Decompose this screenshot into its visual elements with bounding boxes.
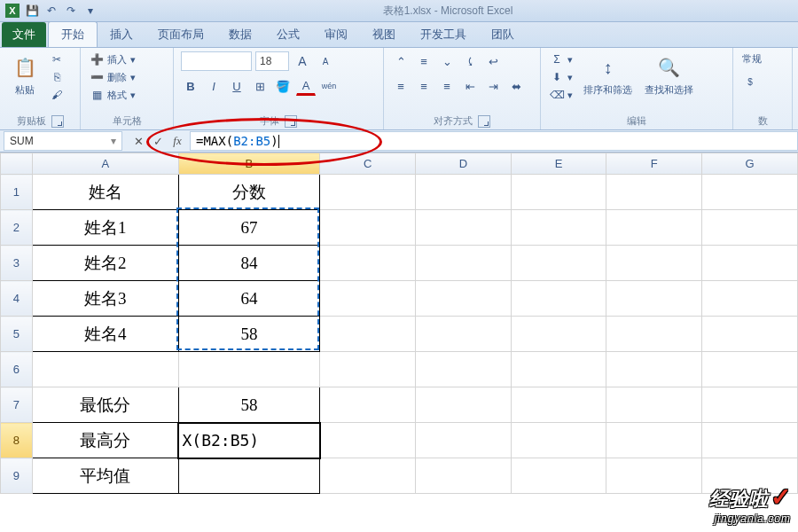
number-format-combo[interactable]: 常规	[740, 51, 763, 66]
cell[interactable]	[511, 458, 606, 494]
format-cells-button[interactable]: ▦格式▾	[88, 87, 137, 103]
cell[interactable]	[178, 458, 320, 494]
name-box[interactable]: SUM ▾	[4, 131, 122, 151]
indent-inc-button[interactable]: ⇥	[483, 76, 503, 96]
align-bottom-button[interactable]: ⌄	[437, 51, 457, 71]
copy-button[interactable]: ⎘	[48, 69, 66, 85]
cell[interactable]	[606, 387, 702, 423]
tab-layout[interactable]: 页面布局	[145, 22, 216, 47]
italic-button[interactable]: I	[204, 76, 223, 96]
cell[interactable]	[702, 246, 798, 281]
orientation-button[interactable]: ⤹	[460, 51, 480, 71]
cell-A1[interactable]: 姓名	[32, 175, 178, 210]
undo-icon[interactable]: ↶	[43, 2, 60, 20]
fill-color-button[interactable]: 🪣	[273, 76, 293, 96]
cell[interactable]	[702, 281, 798, 317]
cell-B2[interactable]: 67	[178, 210, 320, 246]
align-right-button[interactable]: ≡	[437, 76, 457, 96]
row-header-1[interactable]: 1	[1, 175, 33, 210]
cell-A7[interactable]: 最低分	[32, 387, 178, 423]
cell-B8[interactable]: X(B2:B5)	[178, 423, 320, 458]
cell[interactable]	[178, 352, 320, 387]
col-header-C[interactable]: C	[320, 153, 416, 175]
tab-review[interactable]: 审阅	[312, 22, 360, 47]
paste-button[interactable]: 📋 粘贴	[7, 51, 43, 98]
cell[interactable]	[416, 352, 512, 387]
cell[interactable]	[511, 210, 606, 246]
cell-A5[interactable]: 姓名4	[32, 317, 178, 352]
cell-A4[interactable]: 姓名3	[32, 281, 178, 317]
font-name-combo[interactable]	[181, 51, 252, 71]
col-header-D[interactable]: D	[416, 153, 512, 175]
cell[interactable]	[702, 352, 798, 387]
align-top-button[interactable]: ⌃	[391, 51, 411, 71]
cell-B3[interactable]: 84	[178, 246, 320, 281]
tab-home[interactable]: 开始	[48, 21, 98, 47]
cell[interactable]	[511, 246, 606, 281]
cell[interactable]	[32, 352, 178, 387]
cell-B5[interactable]: 58	[178, 317, 320, 352]
cell[interactable]	[320, 317, 416, 352]
row-header-3[interactable]: 3	[1, 246, 33, 281]
cell[interactable]	[320, 281, 416, 317]
select-all-corner[interactable]	[1, 153, 33, 175]
cell[interactable]	[511, 423, 606, 458]
tab-data[interactable]: 数据	[216, 22, 264, 47]
align-launcher-icon[interactable]	[478, 115, 490, 128]
col-header-G[interactable]: G	[702, 153, 798, 175]
delete-cells-button[interactable]: ➖删除▾	[88, 69, 137, 85]
cell[interactable]	[320, 352, 416, 387]
cell[interactable]	[606, 423, 702, 458]
row-header-9[interactable]: 9	[1, 458, 33, 494]
cell[interactable]	[511, 387, 606, 423]
cell[interactable]	[702, 175, 798, 210]
cell[interactable]	[416, 423, 512, 458]
phonetic-button[interactable]: wén	[319, 76, 339, 96]
align-left-button[interactable]: ≡	[391, 76, 411, 96]
align-center-button[interactable]: ≡	[414, 76, 434, 96]
cell[interactable]	[606, 210, 702, 246]
fill-button[interactable]: ⬇▾	[548, 69, 575, 85]
tab-dev[interactable]: 开发工具	[408, 22, 479, 47]
align-middle-button[interactable]: ≡	[414, 51, 434, 71]
cell-A3[interactable]: 姓名2	[32, 246, 178, 281]
cell[interactable]	[320, 246, 416, 281]
cancel-formula-button[interactable]: ✕	[129, 132, 147, 150]
tab-insert[interactable]: 插入	[98, 22, 145, 47]
formula-input[interactable]: =MAX(B2:B5)	[190, 131, 798, 151]
currency-button[interactable]: $	[740, 72, 760, 91]
tab-file[interactable]: 文件	[2, 22, 46, 47]
cell[interactable]	[320, 458, 416, 494]
shrink-font-button[interactable]: A	[316, 51, 335, 71]
cell[interactable]	[702, 317, 798, 352]
cell[interactable]	[511, 317, 606, 352]
cell-A9[interactable]: 平均值	[32, 458, 178, 494]
cell[interactable]	[416, 387, 512, 423]
fx-button[interactable]: fx	[168, 132, 186, 150]
tab-view[interactable]: 视图	[360, 22, 408, 47]
cell-B1[interactable]: 分数	[178, 175, 320, 210]
col-header-E[interactable]: E	[511, 153, 606, 175]
col-header-A[interactable]: A	[32, 153, 178, 175]
cell-B4[interactable]: 64	[178, 281, 320, 317]
cell[interactable]	[511, 281, 606, 317]
cell[interactable]	[702, 387, 798, 423]
format-painter-button[interactable]: 🖌	[48, 87, 66, 103]
col-header-B[interactable]: B	[178, 153, 320, 175]
cell[interactable]	[606, 352, 702, 387]
cell-B7[interactable]: 58	[178, 387, 320, 423]
cell[interactable]	[606, 317, 702, 352]
cell[interactable]	[511, 175, 606, 210]
insert-cells-button[interactable]: ➕插入▾	[88, 51, 137, 67]
cell[interactable]	[416, 458, 512, 494]
underline-button[interactable]: U	[227, 76, 246, 96]
font-color-button[interactable]: A	[296, 77, 316, 96]
cell-A2[interactable]: 姓名1	[32, 210, 178, 246]
row-header-5[interactable]: 5	[1, 317, 33, 352]
tab-team[interactable]: 团队	[479, 22, 527, 47]
wrap-text-button[interactable]: ↩	[483, 51, 503, 71]
cell[interactable]	[606, 175, 702, 210]
spreadsheet-grid[interactable]: A B C D E F G 1 姓名 分数 2 姓名1 67 3 姓名2 84 …	[0, 153, 798, 494]
border-button[interactable]: ⊞	[250, 76, 270, 96]
cut-button[interactable]: ✂	[48, 51, 66, 67]
